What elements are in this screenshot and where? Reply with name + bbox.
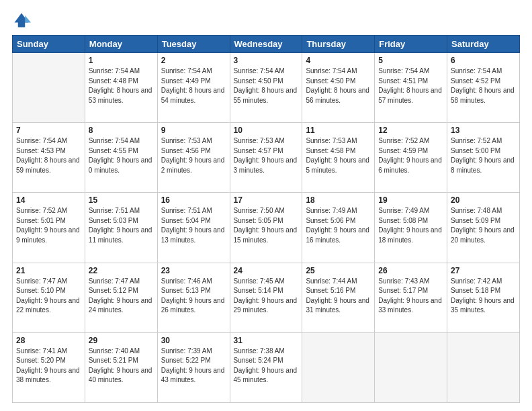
day-number: 6 — [451, 56, 516, 65]
calendar-cell: 8Sunrise: 7:54 AMSunset: 4:55 PMDaylight… — [85, 123, 157, 193]
day-detail: Sunrise: 7:52 AMSunset: 5:00 PMDaylight:… — [451, 136, 516, 175]
day-number: 13 — [451, 126, 516, 135]
calendar-cell: 20Sunrise: 7:48 AMSunset: 5:09 PMDayligh… — [447, 193, 520, 263]
day-detail: Sunrise: 7:52 AMSunset: 4:59 PMDaylight:… — [378, 136, 443, 175]
calendar-cell: 31Sunrise: 7:38 AMSunset: 5:24 PMDayligh… — [230, 332, 302, 402]
day-detail: Sunrise: 7:50 AMSunset: 5:05 PMDaylight:… — [234, 206, 299, 245]
calendar-cell: 6Sunrise: 7:54 AMSunset: 4:52 PMDaylight… — [447, 53, 520, 123]
day-number: 26 — [378, 266, 443, 275]
week-row: 21Sunrise: 7:47 AMSunset: 5:10 PMDayligh… — [13, 263, 520, 332]
day-detail: Sunrise: 7:43 AMSunset: 5:17 PMDaylight:… — [378, 277, 443, 316]
day-detail: Sunrise: 7:38 AMSunset: 5:24 PMDaylight:… — [234, 347, 299, 385]
page: SundayMondayTuesdayWednesdayThursdayFrid… — [0, 0, 532, 411]
day-detail: Sunrise: 7:54 AMSunset: 4:52 PMDaylight:… — [451, 66, 516, 105]
calendar-cell: 24Sunrise: 7:45 AMSunset: 5:14 PMDayligh… — [230, 263, 302, 332]
calendar-cell: 9Sunrise: 7:53 AMSunset: 4:56 PMDaylight… — [157, 123, 230, 193]
day-number: 14 — [16, 195, 81, 205]
calendar-table: SundayMondayTuesdayWednesdayThursdayFrid… — [12, 35, 520, 403]
calendar-cell: 27Sunrise: 7:42 AMSunset: 5:18 PMDayligh… — [447, 263, 520, 332]
calendar-cell: 19Sunrise: 7:49 AMSunset: 5:08 PMDayligh… — [375, 193, 447, 263]
day-number: 2 — [161, 56, 226, 65]
day-detail: Sunrise: 7:54 AMSunset: 4:50 PMDaylight:… — [306, 66, 371, 105]
weekday-header-sunday: Sunday — [13, 36, 85, 53]
day-detail: Sunrise: 7:42 AMSunset: 5:18 PMDaylight:… — [451, 277, 516, 316]
day-number: 17 — [234, 195, 299, 205]
day-number: 30 — [161, 336, 226, 345]
calendar-cell: 21Sunrise: 7:47 AMSunset: 5:10 PMDayligh… — [13, 263, 85, 332]
day-detail: Sunrise: 7:54 AMSunset: 4:55 PMDaylight:… — [89, 136, 154, 175]
calendar-cell: 4Sunrise: 7:54 AMSunset: 4:50 PMDaylight… — [302, 53, 375, 123]
calendar-cell — [302, 332, 375, 402]
day-detail: Sunrise: 7:47 AMSunset: 5:10 PMDaylight:… — [16, 277, 81, 316]
day-number: 8 — [89, 126, 154, 135]
day-number: 11 — [306, 126, 371, 135]
day-detail: Sunrise: 7:52 AMSunset: 5:01 PMDaylight:… — [16, 206, 81, 245]
logo — [12, 11, 34, 30]
day-detail: Sunrise: 7:41 AMSunset: 5:20 PMDaylight:… — [16, 347, 81, 385]
calendar-cell: 15Sunrise: 7:51 AMSunset: 5:03 PMDayligh… — [85, 193, 157, 263]
logo-icon — [12, 11, 31, 30]
day-number: 21 — [16, 266, 81, 275]
calendar-cell: 13Sunrise: 7:52 AMSunset: 5:00 PMDayligh… — [447, 123, 520, 193]
day-number: 16 — [161, 195, 226, 205]
calendar-cell — [447, 332, 520, 402]
day-number: 22 — [89, 266, 154, 275]
svg-marker-1 — [25, 15, 31, 23]
day-number: 31 — [234, 336, 299, 345]
calendar-cell: 28Sunrise: 7:41 AMSunset: 5:20 PMDayligh… — [13, 332, 85, 402]
calendar-cell: 7Sunrise: 7:54 AMSunset: 4:53 PMDaylight… — [13, 123, 85, 193]
day-number: 3 — [234, 56, 299, 65]
day-detail: Sunrise: 7:49 AMSunset: 5:06 PMDaylight:… — [306, 206, 371, 245]
calendar-cell: 30Sunrise: 7:39 AMSunset: 5:22 PMDayligh… — [157, 332, 230, 402]
calendar-cell — [13, 53, 85, 123]
calendar-cell: 2Sunrise: 7:54 AMSunset: 4:49 PMDaylight… — [157, 53, 230, 123]
calendar-cell: 23Sunrise: 7:46 AMSunset: 5:13 PMDayligh… — [157, 263, 230, 332]
calendar-cell: 5Sunrise: 7:54 AMSunset: 4:51 PMDaylight… — [375, 53, 447, 123]
day-detail: Sunrise: 7:49 AMSunset: 5:08 PMDaylight:… — [378, 206, 443, 245]
day-number: 27 — [451, 266, 516, 275]
weekday-header-monday: Monday — [85, 36, 157, 53]
day-detail: Sunrise: 7:54 AMSunset: 4:48 PMDaylight:… — [89, 66, 154, 105]
day-number: 7 — [16, 126, 81, 135]
weekday-header-saturday: Saturday — [447, 36, 520, 53]
day-detail: Sunrise: 7:46 AMSunset: 5:13 PMDaylight:… — [161, 277, 226, 316]
calendar-cell: 26Sunrise: 7:43 AMSunset: 5:17 PMDayligh… — [375, 263, 447, 332]
day-number: 4 — [306, 56, 371, 65]
day-detail: Sunrise: 7:51 AMSunset: 5:03 PMDaylight:… — [89, 206, 154, 245]
calendar-cell: 25Sunrise: 7:44 AMSunset: 5:16 PMDayligh… — [302, 263, 375, 332]
week-row: 1Sunrise: 7:54 AMSunset: 4:48 PMDaylight… — [13, 53, 520, 123]
week-row: 7Sunrise: 7:54 AMSunset: 4:53 PMDaylight… — [13, 123, 520, 193]
calendar-cell: 22Sunrise: 7:47 AMSunset: 5:12 PMDayligh… — [85, 263, 157, 332]
calendar-cell: 11Sunrise: 7:53 AMSunset: 4:58 PMDayligh… — [302, 123, 375, 193]
week-row: 14Sunrise: 7:52 AMSunset: 5:01 PMDayligh… — [13, 193, 520, 263]
day-number: 9 — [161, 126, 226, 135]
day-number: 28 — [16, 336, 81, 345]
day-number: 29 — [89, 336, 154, 345]
calendar-cell: 14Sunrise: 7:52 AMSunset: 5:01 PMDayligh… — [13, 193, 85, 263]
day-number: 24 — [234, 266, 299, 275]
day-detail: Sunrise: 7:53 AMSunset: 4:56 PMDaylight:… — [161, 136, 226, 175]
calendar-cell: 10Sunrise: 7:53 AMSunset: 4:57 PMDayligh… — [230, 123, 302, 193]
day-detail: Sunrise: 7:54 AMSunset: 4:53 PMDaylight:… — [16, 136, 81, 175]
weekday-header-thursday: Thursday — [302, 36, 375, 53]
day-detail: Sunrise: 7:39 AMSunset: 5:22 PMDaylight:… — [161, 347, 226, 385]
day-detail: Sunrise: 7:45 AMSunset: 5:14 PMDaylight:… — [234, 277, 299, 316]
day-number: 15 — [89, 195, 154, 205]
weekday-header-friday: Friday — [375, 36, 447, 53]
calendar-cell: 3Sunrise: 7:54 AMSunset: 4:50 PMDaylight… — [230, 53, 302, 123]
day-number: 25 — [306, 266, 371, 275]
day-number: 1 — [89, 56, 154, 65]
day-detail: Sunrise: 7:54 AMSunset: 4:49 PMDaylight:… — [161, 66, 226, 105]
day-detail: Sunrise: 7:40 AMSunset: 5:21 PMDaylight:… — [89, 347, 154, 385]
day-number: 23 — [161, 266, 226, 275]
day-detail: Sunrise: 7:48 AMSunset: 5:09 PMDaylight:… — [451, 206, 516, 245]
calendar-cell: 16Sunrise: 7:51 AMSunset: 5:04 PMDayligh… — [157, 193, 230, 263]
week-row: 28Sunrise: 7:41 AMSunset: 5:20 PMDayligh… — [13, 332, 520, 402]
day-number: 20 — [451, 195, 516, 205]
weekday-header-tuesday: Tuesday — [157, 36, 230, 53]
header — [12, 11, 520, 30]
day-detail: Sunrise: 7:54 AMSunset: 4:50 PMDaylight:… — [234, 66, 299, 105]
calendar-cell: 18Sunrise: 7:49 AMSunset: 5:06 PMDayligh… — [302, 193, 375, 263]
day-detail: Sunrise: 7:53 AMSunset: 4:58 PMDaylight:… — [306, 136, 371, 175]
day-number: 5 — [378, 56, 443, 65]
